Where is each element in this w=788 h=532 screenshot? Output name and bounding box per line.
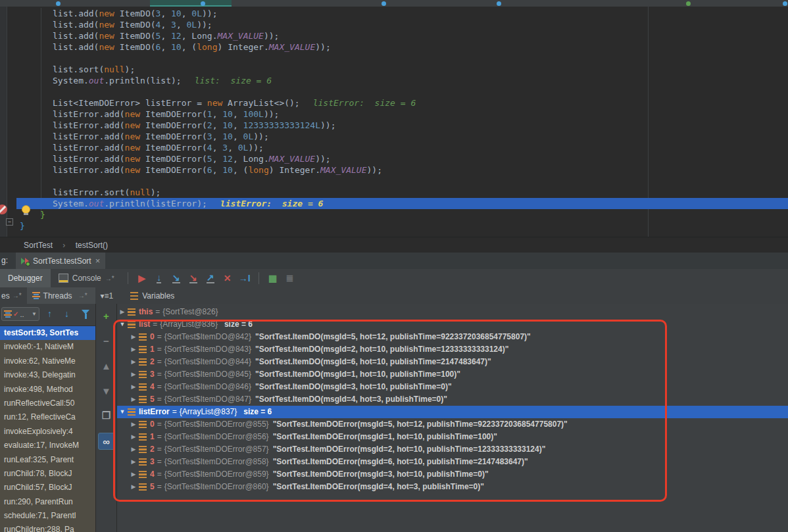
variable-row[interactable]: ▶4={SortTest$ItemDOError@859}"SortTest.I… (117, 468, 788, 481)
code-line[interactable]: list.add(new ItemDO(4, 3, 0L)); (16, 19, 788, 30)
collapsed-arrow-icon[interactable]: ▶ (130, 368, 137, 381)
step-out-icon[interactable]: ↗ (202, 271, 219, 285)
stream-trace-icon[interactable]: ≣ (282, 271, 299, 285)
code-line[interactable]: } (16, 220, 788, 231)
code-editor[interactable]: list.add(new ItemDO(3, 10, 0L));list.add… (0, 7, 788, 237)
run-to-cursor-icon[interactable]: →I (236, 271, 253, 285)
code-line[interactable] (16, 176, 788, 187)
breadcrumb-method[interactable]: testSort() (76, 241, 108, 250)
variable-row[interactable]: ▶2={SortTest$ItemDO@844}"SortTest.ItemDO… (117, 356, 788, 368)
close-icon[interactable]: × (95, 256, 101, 266)
step-over-icon[interactable]: ↓ (151, 271, 168, 285)
frame-row[interactable]: runChildren:288, Pa (0, 523, 95, 532)
variable-row[interactable]: ▶1={SortTest$ItemDOError@856}"SortTest.I… (117, 431, 788, 443)
code-line[interactable]: list.add(new ItemDO(3, 10, 0L)); (16, 8, 788, 19)
frame-row[interactable]: invokeExplosively:4 (0, 425, 95, 439)
expanded-arrow-icon[interactable]: ▼ (118, 406, 126, 418)
code-token: list.add( (53, 20, 99, 30)
variable-row[interactable]: ▶0={SortTest$ItemDOError@855}"SortTest.I… (117, 418, 788, 431)
code-line[interactable]: list.sort(null); (16, 64, 788, 75)
frame-row[interactable]: evaluate:17, InvokeM (0, 439, 95, 452)
show-watches-icon[interactable]: ∞ (98, 433, 115, 450)
frames-tab-label[interactable]: es (1, 291, 10, 301)
thread-selector-combo[interactable]: ✓ .. ▼ (1, 307, 39, 321)
collapsed-arrow-icon[interactable]: ▶ (130, 443, 137, 456)
drop-frame-icon[interactable]: ✕ (219, 271, 236, 285)
collapsed-arrow-icon[interactable]: ▶ (130, 356, 137, 368)
collapsed-arrow-icon[interactable]: ▶ (130, 343, 137, 356)
code-line[interactable]: list.add(new ItemDO(5, 12, Long.MAX_VALU… (16, 30, 788, 41)
next-frame-button[interactable]: ↓ (64, 308, 69, 319)
variable-row[interactable]: ▶5={SortTest$ItemDO@847}"SortTest.ItemDO… (117, 393, 788, 406)
code-fold-icon[interactable]: − (6, 218, 13, 226)
tab-threads[interactable]: Threads →* (27, 287, 95, 304)
variable-row[interactable]: ▶3={SortTest$ItemDO@845}"SortTest.ItemDO… (117, 368, 788, 381)
tab-console[interactable]: Console →* (51, 269, 122, 287)
code-line[interactable]: listError.sort(null); (16, 187, 788, 198)
step-into-icon[interactable]: ↘ (168, 271, 185, 285)
frame-row[interactable]: runReflectiveCall:50 (0, 397, 95, 410)
view-as-list-dropdown[interactable]: ▾≡1 (101, 291, 114, 301)
variable-row[interactable]: ▶2={SortTest$ItemDOError@857}"SortTest.I… (117, 443, 788, 456)
collapsed-arrow-icon[interactable]: ▶ (130, 418, 137, 431)
show-execution-point-icon[interactable]: ▶ (134, 271, 151, 285)
frame-row[interactable]: testSort:93, SortTes (0, 326, 95, 340)
frame-row[interactable]: run:290, ParentRun (0, 495, 95, 509)
code-line[interactable]: listError.add(new ItemDOError(2, 10, 123… (16, 120, 788, 131)
variable-row[interactable]: ▶5={SortTest$ItemDOError@860}"SortTest.I… (117, 481, 788, 493)
code-line[interactable]: listError.add(new ItemDOError(1, 10, 100… (16, 109, 788, 120)
variable-row[interactable]: ▶1={SortTest$ItemDO@843}"SortTest.ItemDO… (117, 343, 788, 356)
selected-editor-tab[interactable] (150, 0, 232, 7)
collapsed-arrow-icon[interactable]: ▶ (130, 331, 137, 343)
code-line[interactable]: listError.add(new ItemDOError(4, 3, 0L))… (16, 142, 788, 153)
debug-session-tab[interactable]: SortTest.testSort × (16, 253, 105, 269)
frame-row[interactable]: invoke:43, Delegatin (0, 368, 95, 382)
move-watch-down-icon[interactable]: ▼ (99, 383, 114, 399)
frame-row[interactable]: invoke:498, Method (0, 383, 95, 397)
evaluate-expression-icon[interactable]: ▦ (264, 271, 282, 285)
collapsed-arrow-icon[interactable]: ▶ (130, 468, 137, 481)
code-line[interactable]: list.add(new ItemDO(6, 10, (long) Intege… (16, 41, 788, 53)
collapsed-arrow-icon[interactable]: ▶ (130, 381, 137, 393)
code-line[interactable] (16, 86, 788, 97)
frame-row[interactable]: runChild:57, BlockJ (0, 481, 95, 495)
collapsed-arrow-icon[interactable]: ▶ (130, 431, 137, 443)
frame-row[interactable]: run:12, ReflectiveCa (0, 410, 95, 424)
frame-row[interactable]: invoke0:-1, NativeM (0, 340, 95, 354)
code-line[interactable]: listError.add(new ItemDOError(5, 12, Lon… (16, 153, 788, 164)
force-step-into-icon[interactable]: ↘ (185, 271, 202, 285)
collapsed-arrow-icon[interactable]: ▶ (130, 481, 137, 493)
collapsed-arrow-icon[interactable]: ▶ (130, 456, 137, 468)
frame-row[interactable]: invoke:62, NativeMe (0, 354, 95, 368)
hide-library-frames-filter-icon[interactable] (82, 310, 89, 314)
current-execution-line[interactable]: System.out.println(listError);listError:… (16, 198, 788, 209)
frame-row[interactable]: runLeaf:325, Parent (0, 453, 95, 467)
code-line[interactable]: listError.add(new ItemDOError(6, 10, (lo… (16, 164, 788, 176)
new-watch-icon[interactable]: + (99, 308, 114, 324)
code-token: 10 (222, 120, 233, 130)
breadcrumb-class[interactable]: SortTest (24, 241, 53, 250)
move-watch-up-icon[interactable]: ▲ (99, 358, 114, 374)
expanded-arrow-icon[interactable]: ▼ (118, 318, 126, 331)
frame-row[interactable]: schedule:71, Parentl (0, 509, 95, 523)
variable-row[interactable]: ▼list={ArrayList@836}size = 6 (117, 318, 788, 331)
duplicate-icon[interactable]: ❐ (99, 408, 114, 423)
variable-row[interactable]: ▶3={SortTest$ItemDOError@858}"SortTest.I… (117, 456, 788, 468)
previous-frame-button[interactable]: ↑ (47, 308, 52, 319)
variable-row[interactable]: ▶4={SortTest$ItemDO@846}"SortTest.ItemDO… (117, 381, 788, 393)
variable-row[interactable]: ▶0={SortTest$ItemDO@842}"SortTest.ItemDO… (117, 331, 788, 343)
code-line[interactable]: System.out.println(list);list: size = 6 (16, 75, 788, 86)
variable-row[interactable]: ▶this={SortTest@826} (117, 306, 788, 318)
collapsed-arrow-icon[interactable]: ▶ (130, 393, 137, 406)
collapsed-arrow-icon[interactable]: ▶ (118, 306, 126, 318)
code-line[interactable]: listError.add(new ItemDOError(3, 10, 0L)… (16, 131, 788, 142)
code-line[interactable]: } (16, 209, 788, 220)
value-node-icon (139, 358, 147, 366)
code-line[interactable]: List<ItemDOError> listError = new ArrayL… (16, 97, 788, 109)
remove-watch-icon[interactable]: − (99, 333, 114, 349)
frame-row[interactable]: runChild:78, BlockJ (0, 467, 95, 481)
intention-bulb-icon[interactable] (22, 205, 30, 214)
code-line[interactable] (16, 53, 788, 64)
variable-row[interactable]: ▼listError={ArrayList@837}size = 6 (117, 406, 788, 418)
tab-debugger[interactable]: Debugger (0, 269, 51, 287)
